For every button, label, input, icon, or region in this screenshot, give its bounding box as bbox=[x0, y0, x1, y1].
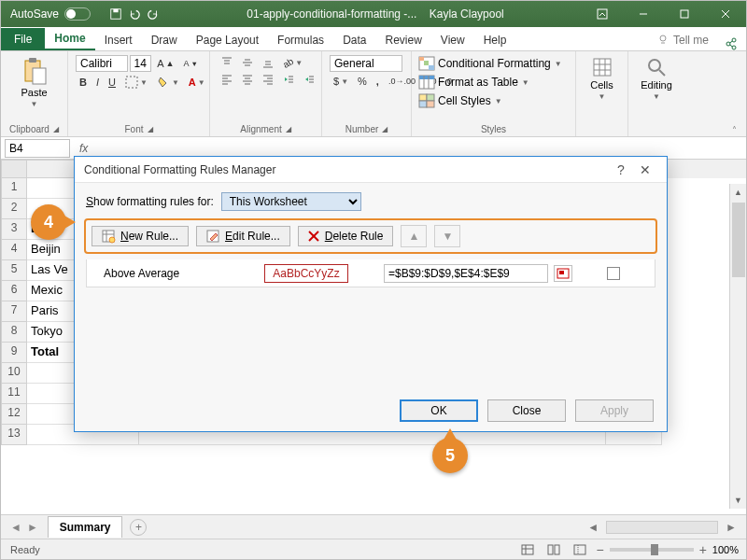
decrease-font-button[interactable]: A▼ bbox=[180, 57, 202, 70]
italic-button[interactable]: I bbox=[92, 75, 103, 90]
bold-button[interactable]: B bbox=[76, 75, 91, 90]
align-center-button[interactable] bbox=[238, 72, 257, 87]
fill-color-button[interactable]: ▼ bbox=[153, 74, 183, 91]
tab-review[interactable]: Review bbox=[375, 30, 430, 50]
select-all-corner[interactable] bbox=[1, 160, 27, 178]
editing-button[interactable]: Editing ▼ bbox=[636, 55, 677, 103]
increase-font-button[interactable]: A▲ bbox=[153, 56, 177, 71]
new-rule-button[interactable]: New Rule... bbox=[92, 226, 189, 246]
hscroll-right-icon[interactable]: ► bbox=[726, 521, 737, 534]
applies-to-input[interactable]: =$B$9:$D$9,$E$4:$E$9 bbox=[384, 264, 548, 283]
orientation-button[interactable]: ab▼ bbox=[279, 56, 306, 70]
font-color-button[interactable]: A▼ bbox=[185, 75, 209, 90]
tab-insert[interactable]: Insert bbox=[95, 30, 142, 50]
tab-view[interactable]: View bbox=[431, 30, 474, 50]
stop-if-true-checkbox[interactable] bbox=[607, 267, 620, 280]
scroll-down-icon[interactable]: ▼ bbox=[730, 492, 746, 509]
range-picker-icon[interactable] bbox=[554, 265, 572, 282]
currency-button[interactable]: $▼ bbox=[330, 74, 352, 89]
zoom-in-button[interactable]: + bbox=[699, 542, 707, 557]
row-header[interactable]: 12 bbox=[1, 404, 27, 425]
horizontal-scrollbar[interactable] bbox=[606, 521, 718, 534]
zoom-out-button[interactable]: − bbox=[596, 542, 603, 557]
help-button[interactable]: ? bbox=[609, 162, 633, 177]
dialog-launcher-icon[interactable]: ◢ bbox=[148, 125, 153, 133]
decrease-indent-button[interactable] bbox=[279, 72, 298, 87]
dialog-launcher-icon[interactable]: ◢ bbox=[286, 125, 291, 133]
apply-button[interactable]: Apply bbox=[575, 399, 654, 422]
row-header[interactable]: 9 bbox=[1, 343, 27, 363]
scroll-thumb[interactable] bbox=[732, 203, 745, 277]
row-header[interactable]: 3 bbox=[1, 219, 27, 240]
row-header[interactable]: 5 bbox=[1, 260, 27, 281]
align-top-button[interactable] bbox=[218, 55, 236, 70]
ok-button[interactable]: OK bbox=[400, 399, 478, 422]
sheet-tab-summary[interactable]: Summary bbox=[48, 516, 123, 538]
undo-icon[interactable] bbox=[128, 7, 141, 21]
normal-view-icon[interactable] bbox=[517, 542, 538, 557]
vertical-scrollbar[interactable]: ▲ ▼ bbox=[729, 184, 746, 509]
tab-draw[interactable]: Draw bbox=[142, 30, 187, 50]
format-as-table-button[interactable]: Format as Table▼ bbox=[419, 74, 568, 91]
row-header[interactable]: 10 bbox=[1, 363, 27, 384]
move-up-button[interactable]: ▲ bbox=[401, 225, 427, 247]
row-header[interactable]: 11 bbox=[1, 384, 27, 404]
tab-help[interactable]: Help bbox=[474, 30, 516, 50]
redo-icon[interactable] bbox=[147, 7, 160, 21]
paste-button[interactable]: Paste ▼ bbox=[8, 55, 60, 110]
row-header[interactable]: 2 bbox=[1, 199, 27, 219]
collapse-ribbon-icon[interactable]: ˄ bbox=[732, 125, 737, 135]
minimize-button[interactable] bbox=[623, 1, 664, 27]
edit-rule-button[interactable]: Edit Rule... bbox=[196, 226, 290, 246]
border-button[interactable]: ▼ bbox=[121, 74, 151, 91]
dialog-launcher-icon[interactable]: ◢ bbox=[382, 125, 388, 133]
tab-home[interactable]: Home bbox=[45, 28, 94, 50]
hscroll-left-icon[interactable]: ◄ bbox=[587, 521, 599, 534]
underline-button[interactable]: U bbox=[105, 75, 120, 90]
row-header[interactable]: 7 bbox=[1, 301, 27, 322]
row-header[interactable]: 1 bbox=[1, 178, 27, 199]
page-layout-view-icon[interactable] bbox=[543, 542, 564, 557]
save-icon[interactable] bbox=[109, 7, 122, 21]
scroll-up-icon[interactable]: ▲ bbox=[730, 184, 746, 201]
next-sheet-icon[interactable]: ► bbox=[27, 521, 38, 534]
align-left-button[interactable] bbox=[218, 72, 236, 87]
row-header[interactable]: 6 bbox=[1, 281, 27, 301]
prev-sheet-icon[interactable]: ◄ bbox=[10, 521, 21, 534]
tab-file[interactable]: File bbox=[1, 28, 45, 50]
percent-button[interactable]: % bbox=[354, 74, 371, 89]
row-header[interactable]: 4 bbox=[1, 240, 27, 260]
tab-formulas[interactable]: Formulas bbox=[268, 30, 333, 50]
close-button[interactable] bbox=[705, 1, 746, 27]
page-break-view-icon[interactable] bbox=[570, 542, 590, 557]
maximize-button[interactable] bbox=[664, 1, 705, 27]
new-sheet-button[interactable]: + bbox=[130, 519, 147, 536]
align-bottom-button[interactable] bbox=[259, 55, 277, 70]
rule-row[interactable]: Above Average AaBbCcYyZz =$B$9:$D$9,$E$4… bbox=[86, 259, 655, 287]
align-right-button[interactable] bbox=[259, 72, 277, 87]
row-header[interactable]: 13 bbox=[1, 425, 27, 445]
autosave-toggle[interactable] bbox=[64, 7, 91, 21]
tab-page-layout[interactable]: Page Layout bbox=[187, 30, 268, 50]
close-button[interactable]: Close bbox=[487, 399, 566, 422]
number-format-select[interactable]: General bbox=[330, 55, 402, 72]
ribbon-options-button[interactable] bbox=[582, 1, 623, 27]
comma-button[interactable]: , bbox=[373, 74, 383, 89]
fx-icon[interactable]: fx bbox=[74, 142, 93, 155]
font-name-select[interactable]: Calibri bbox=[76, 55, 128, 72]
increase-indent-button[interactable] bbox=[300, 72, 318, 87]
zoom-level[interactable]: 100% bbox=[712, 544, 739, 555]
share-button[interactable] bbox=[716, 37, 746, 50]
align-middle-button[interactable] bbox=[238, 55, 257, 70]
cells-button[interactable]: Cells ▼ bbox=[584, 55, 620, 103]
font-size-select[interactable]: 14 bbox=[130, 55, 152, 72]
tell-me-search[interactable]: Tell me bbox=[649, 30, 716, 50]
zoom-slider[interactable] bbox=[610, 548, 694, 552]
move-down-button[interactable]: ▼ bbox=[434, 225, 460, 247]
name-box[interactable]: B4 bbox=[5, 139, 70, 158]
dialog-launcher-icon[interactable]: ◢ bbox=[53, 125, 59, 133]
show-rules-for-select[interactable]: This Worksheet bbox=[221, 192, 361, 211]
row-header[interactable]: 8 bbox=[1, 322, 27, 343]
conditional-formatting-button[interactable]: Conditional Formatting▼ bbox=[419, 55, 568, 72]
delete-rule-button[interactable]: Delete Rule bbox=[298, 226, 394, 246]
